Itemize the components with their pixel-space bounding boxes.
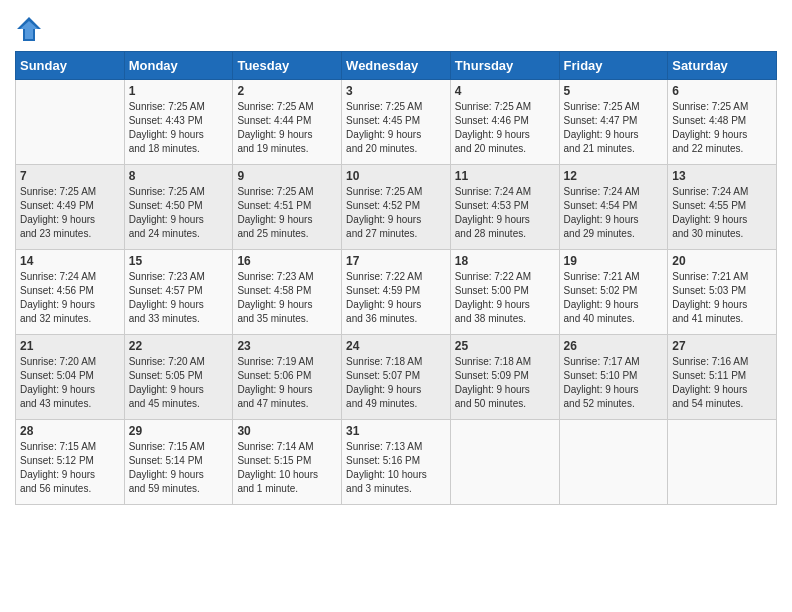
- day-number: 28: [20, 424, 120, 438]
- cell-details: Sunrise: 7:22 AMSunset: 4:59 PMDaylight:…: [346, 270, 446, 326]
- calendar-cell: [668, 420, 777, 505]
- calendar-cell: 4Sunrise: 7:25 AMSunset: 4:46 PMDaylight…: [450, 80, 559, 165]
- cell-details: Sunrise: 7:25 AMSunset: 4:51 PMDaylight:…: [237, 185, 337, 241]
- day-number: 9: [237, 169, 337, 183]
- calendar-cell: 23Sunrise: 7:19 AMSunset: 5:06 PMDayligh…: [233, 335, 342, 420]
- calendar-cell: [559, 420, 668, 505]
- cell-details: Sunrise: 7:15 AMSunset: 5:14 PMDaylight:…: [129, 440, 229, 496]
- cell-details: Sunrise: 7:24 AMSunset: 4:56 PMDaylight:…: [20, 270, 120, 326]
- cell-details: Sunrise: 7:25 AMSunset: 4:52 PMDaylight:…: [346, 185, 446, 241]
- day-number: 7: [20, 169, 120, 183]
- cell-details: Sunrise: 7:24 AMSunset: 4:55 PMDaylight:…: [672, 185, 772, 241]
- calendar-cell: 6Sunrise: 7:25 AMSunset: 4:48 PMDaylight…: [668, 80, 777, 165]
- calendar-cell: 26Sunrise: 7:17 AMSunset: 5:10 PMDayligh…: [559, 335, 668, 420]
- calendar-cell: 1Sunrise: 7:25 AMSunset: 4:43 PMDaylight…: [124, 80, 233, 165]
- cell-details: Sunrise: 7:20 AMSunset: 5:04 PMDaylight:…: [20, 355, 120, 411]
- day-number: 31: [346, 424, 446, 438]
- cell-details: Sunrise: 7:13 AMSunset: 5:16 PMDaylight:…: [346, 440, 446, 496]
- calendar-cell: 3Sunrise: 7:25 AMSunset: 4:45 PMDaylight…: [342, 80, 451, 165]
- day-number: 14: [20, 254, 120, 268]
- calendar-row: 14Sunrise: 7:24 AMSunset: 4:56 PMDayligh…: [16, 250, 777, 335]
- calendar-cell: [450, 420, 559, 505]
- cell-details: Sunrise: 7:24 AMSunset: 4:54 PMDaylight:…: [564, 185, 664, 241]
- calendar-cell: 21Sunrise: 7:20 AMSunset: 5:04 PMDayligh…: [16, 335, 125, 420]
- day-number: 16: [237, 254, 337, 268]
- day-number: 20: [672, 254, 772, 268]
- calendar-cell: 11Sunrise: 7:24 AMSunset: 4:53 PMDayligh…: [450, 165, 559, 250]
- day-number: 15: [129, 254, 229, 268]
- cell-details: Sunrise: 7:19 AMSunset: 5:06 PMDaylight:…: [237, 355, 337, 411]
- day-number: 5: [564, 84, 664, 98]
- cell-details: Sunrise: 7:22 AMSunset: 5:00 PMDaylight:…: [455, 270, 555, 326]
- calendar-row: 21Sunrise: 7:20 AMSunset: 5:04 PMDayligh…: [16, 335, 777, 420]
- day-number: 22: [129, 339, 229, 353]
- calendar-cell: 25Sunrise: 7:18 AMSunset: 5:09 PMDayligh…: [450, 335, 559, 420]
- cell-details: Sunrise: 7:25 AMSunset: 4:45 PMDaylight:…: [346, 100, 446, 156]
- cell-details: Sunrise: 7:24 AMSunset: 4:53 PMDaylight:…: [455, 185, 555, 241]
- weekday-header-sunday: Sunday: [16, 52, 125, 80]
- calendar-cell: 18Sunrise: 7:22 AMSunset: 5:00 PMDayligh…: [450, 250, 559, 335]
- cell-details: Sunrise: 7:23 AMSunset: 4:57 PMDaylight:…: [129, 270, 229, 326]
- day-number: 18: [455, 254, 555, 268]
- weekday-header-friday: Friday: [559, 52, 668, 80]
- day-number: 6: [672, 84, 772, 98]
- calendar-body: 1Sunrise: 7:25 AMSunset: 4:43 PMDaylight…: [16, 80, 777, 505]
- day-number: 11: [455, 169, 555, 183]
- calendar-cell: 10Sunrise: 7:25 AMSunset: 4:52 PMDayligh…: [342, 165, 451, 250]
- calendar-row: 7Sunrise: 7:25 AMSunset: 4:49 PMDaylight…: [16, 165, 777, 250]
- calendar-cell: 9Sunrise: 7:25 AMSunset: 4:51 PMDaylight…: [233, 165, 342, 250]
- cell-details: Sunrise: 7:18 AMSunset: 5:07 PMDaylight:…: [346, 355, 446, 411]
- calendar-table: SundayMondayTuesdayWednesdayThursdayFrid…: [15, 51, 777, 505]
- calendar-cell: 20Sunrise: 7:21 AMSunset: 5:03 PMDayligh…: [668, 250, 777, 335]
- calendar-cell: 17Sunrise: 7:22 AMSunset: 4:59 PMDayligh…: [342, 250, 451, 335]
- cell-details: Sunrise: 7:23 AMSunset: 4:58 PMDaylight:…: [237, 270, 337, 326]
- cell-details: Sunrise: 7:25 AMSunset: 4:50 PMDaylight:…: [129, 185, 229, 241]
- weekday-header-monday: Monday: [124, 52, 233, 80]
- cell-details: Sunrise: 7:21 AMSunset: 5:03 PMDaylight:…: [672, 270, 772, 326]
- cell-details: Sunrise: 7:25 AMSunset: 4:46 PMDaylight:…: [455, 100, 555, 156]
- calendar-cell: 16Sunrise: 7:23 AMSunset: 4:58 PMDayligh…: [233, 250, 342, 335]
- calendar-cell: 14Sunrise: 7:24 AMSunset: 4:56 PMDayligh…: [16, 250, 125, 335]
- calendar-cell: 19Sunrise: 7:21 AMSunset: 5:02 PMDayligh…: [559, 250, 668, 335]
- day-number: 24: [346, 339, 446, 353]
- calendar-cell: 28Sunrise: 7:15 AMSunset: 5:12 PMDayligh…: [16, 420, 125, 505]
- calendar-cell: 5Sunrise: 7:25 AMSunset: 4:47 PMDaylight…: [559, 80, 668, 165]
- weekday-header-thursday: Thursday: [450, 52, 559, 80]
- cell-details: Sunrise: 7:25 AMSunset: 4:44 PMDaylight:…: [237, 100, 337, 156]
- day-number: 8: [129, 169, 229, 183]
- day-number: 10: [346, 169, 446, 183]
- calendar-cell: 31Sunrise: 7:13 AMSunset: 5:16 PMDayligh…: [342, 420, 451, 505]
- calendar-row: 1Sunrise: 7:25 AMSunset: 4:43 PMDaylight…: [16, 80, 777, 165]
- day-number: 21: [20, 339, 120, 353]
- day-number: 4: [455, 84, 555, 98]
- calendar-cell: 15Sunrise: 7:23 AMSunset: 4:57 PMDayligh…: [124, 250, 233, 335]
- day-number: 19: [564, 254, 664, 268]
- weekday-header-saturday: Saturday: [668, 52, 777, 80]
- day-number: 3: [346, 84, 446, 98]
- cell-details: Sunrise: 7:15 AMSunset: 5:12 PMDaylight:…: [20, 440, 120, 496]
- day-number: 30: [237, 424, 337, 438]
- calendar-cell: 24Sunrise: 7:18 AMSunset: 5:07 PMDayligh…: [342, 335, 451, 420]
- cell-details: Sunrise: 7:21 AMSunset: 5:02 PMDaylight:…: [564, 270, 664, 326]
- cell-details: Sunrise: 7:20 AMSunset: 5:05 PMDaylight:…: [129, 355, 229, 411]
- cell-details: Sunrise: 7:14 AMSunset: 5:15 PMDaylight:…: [237, 440, 337, 496]
- day-number: 25: [455, 339, 555, 353]
- calendar-row: 28Sunrise: 7:15 AMSunset: 5:12 PMDayligh…: [16, 420, 777, 505]
- calendar-cell: 7Sunrise: 7:25 AMSunset: 4:49 PMDaylight…: [16, 165, 125, 250]
- day-number: 1: [129, 84, 229, 98]
- cell-details: Sunrise: 7:25 AMSunset: 4:49 PMDaylight:…: [20, 185, 120, 241]
- cell-details: Sunrise: 7:17 AMSunset: 5:10 PMDaylight:…: [564, 355, 664, 411]
- weekday-header-row: SundayMondayTuesdayWednesdayThursdayFrid…: [16, 52, 777, 80]
- calendar-cell: 27Sunrise: 7:16 AMSunset: 5:11 PMDayligh…: [668, 335, 777, 420]
- day-number: 26: [564, 339, 664, 353]
- calendar-cell: 29Sunrise: 7:15 AMSunset: 5:14 PMDayligh…: [124, 420, 233, 505]
- calendar-header: SundayMondayTuesdayWednesdayThursdayFrid…: [16, 52, 777, 80]
- cell-details: Sunrise: 7:18 AMSunset: 5:09 PMDaylight:…: [455, 355, 555, 411]
- cell-details: Sunrise: 7:25 AMSunset: 4:43 PMDaylight:…: [129, 100, 229, 156]
- calendar-cell: 2Sunrise: 7:25 AMSunset: 4:44 PMDaylight…: [233, 80, 342, 165]
- cell-details: Sunrise: 7:16 AMSunset: 5:11 PMDaylight:…: [672, 355, 772, 411]
- day-number: 27: [672, 339, 772, 353]
- day-number: 12: [564, 169, 664, 183]
- day-number: 13: [672, 169, 772, 183]
- calendar-cell: 12Sunrise: 7:24 AMSunset: 4:54 PMDayligh…: [559, 165, 668, 250]
